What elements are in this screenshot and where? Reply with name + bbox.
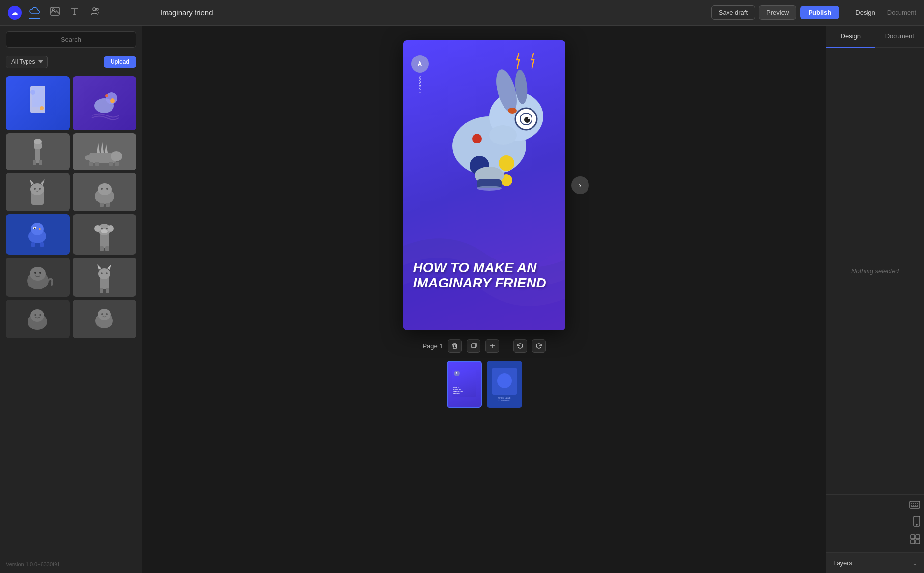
- thumbnail-2[interactable]: FIND & NAMEYOUR THING: [487, 361, 522, 408]
- add-page-button[interactable]: [485, 339, 499, 353]
- svg-rect-23: [89, 162, 93, 166]
- slide-card[interactable]: A Lesson: [403, 40, 565, 330]
- save-draft-button[interactable]: Save draft: [711, 5, 755, 20]
- nothing-selected-label: Nothing selected: [826, 48, 924, 494]
- svg-point-51: [106, 228, 108, 229]
- media-item[interactable]: [73, 214, 137, 255]
- svg-point-3: [96, 8, 98, 10]
- layers-bar[interactable]: Layers ⌄: [826, 552, 924, 573]
- media-item[interactable]: [73, 76, 137, 130]
- svg-marker-62: [107, 264, 111, 270]
- design-tab[interactable]: Design: [855, 9, 875, 16]
- svg-rect-96: [911, 535, 915, 539]
- svg-marker-30: [41, 179, 45, 185]
- nav-text-icon[interactable]: [70, 7, 80, 18]
- svg-rect-93: [910, 501, 920, 508]
- tab-design[interactable]: Design: [826, 26, 875, 48]
- svg-point-73: [101, 313, 103, 315]
- media-item[interactable]: [73, 258, 137, 297]
- svg-point-70: [39, 314, 41, 316]
- media-item[interactable]: [6, 214, 70, 255]
- svg-rect-66: [106, 288, 109, 293]
- svg-point-36: [106, 188, 108, 190]
- media-item[interactable]: [6, 173, 70, 211]
- media-item[interactable]: [73, 173, 137, 211]
- svg-point-32: [39, 188, 41, 190]
- svg-point-40: [31, 223, 44, 235]
- lesson-label: Lesson: [418, 76, 422, 93]
- media-item[interactable]: [6, 258, 70, 297]
- mobile-icon[interactable]: [913, 516, 920, 529]
- media-item[interactable]: [6, 76, 70, 130]
- divider: [847, 7, 847, 19]
- svg-point-52: [101, 229, 108, 233]
- top-bar-right: Save draft Preview Publish Design Docume…: [711, 5, 916, 20]
- svg-marker-29: [30, 179, 34, 185]
- media-grid: [0, 72, 142, 573]
- svg-rect-25: [109, 162, 113, 166]
- document-tab[interactable]: Document: [887, 9, 916, 16]
- svg-point-56: [30, 267, 46, 281]
- redo-button[interactable]: [532, 339, 546, 353]
- nav-person-icon[interactable]: [89, 7, 99, 18]
- svg-point-57: [34, 272, 36, 274]
- nav-cloud-icon[interactable]: [29, 6, 40, 19]
- publish-button[interactable]: Publish: [800, 6, 839, 19]
- delete-page-button[interactable]: [448, 339, 462, 353]
- svg-point-82: [528, 117, 530, 119]
- svg-rect-45: [40, 242, 44, 247]
- canvas-wrapper: A Lesson: [403, 40, 565, 330]
- svg-point-10: [110, 98, 115, 103]
- duplicate-page-button[interactable]: [467, 339, 480, 353]
- svg-point-88: [489, 125, 517, 145]
- svg-point-7: [30, 90, 35, 95]
- svg-point-60: [98, 268, 110, 279]
- svg-point-19: [85, 155, 92, 160]
- preview-button[interactable]: Preview: [759, 5, 796, 20]
- svg-rect-99: [916, 540, 920, 544]
- svg-marker-21: [101, 142, 104, 153]
- svg-point-95: [916, 524, 917, 525]
- svg-rect-98: [911, 540, 915, 544]
- right-panel: Design Document Nothing selected: [826, 26, 924, 573]
- next-slide-button[interactable]: ›: [571, 176, 589, 194]
- main-layout: All Types Upload: [0, 26, 924, 573]
- tab-document[interactable]: Document: [875, 26, 924, 47]
- slide-title-text: HOW TO MAKE AN IMAGINARY FRIEND: [413, 260, 556, 291]
- svg-point-74: [106, 313, 108, 315]
- search-input[interactable]: [6, 31, 136, 48]
- svg-marker-20: [97, 143, 100, 153]
- svg-point-64: [106, 272, 108, 274]
- media-item[interactable]: [6, 300, 70, 338]
- svg-point-83: [508, 108, 517, 114]
- type-filter-select[interactable]: All Types: [6, 56, 48, 68]
- svg-point-6: [40, 106, 44, 110]
- canvas-area[interactable]: A Lesson: [142, 26, 826, 573]
- grid-icon[interactable]: [910, 534, 920, 546]
- top-bar-left: ☁: [8, 6, 150, 20]
- app-logo: ☁: [8, 6, 22, 20]
- top-bar: ☁: [0, 0, 924, 26]
- svg-rect-65: [100, 288, 103, 293]
- svg-rect-97: [916, 535, 920, 539]
- media-item[interactable]: [73, 133, 137, 170]
- keyboard-icon[interactable]: [909, 501, 920, 511]
- svg-point-48: [94, 225, 101, 232]
- nav-image-icon[interactable]: [50, 7, 60, 18]
- svg-point-58: [39, 272, 41, 274]
- thumbnail-strip: A HOW TOMAKE ANIMAGINARYFRIEND FIND & NA…: [447, 361, 522, 408]
- undo-button[interactable]: [513, 339, 527, 353]
- media-item[interactable]: [6, 133, 70, 170]
- nav-icons: [29, 6, 99, 19]
- layers-chevron-icon[interactable]: ⌄: [912, 560, 917, 567]
- upload-button[interactable]: Upload: [104, 56, 136, 68]
- svg-point-69: [34, 314, 36, 316]
- right-tabs: Design Document: [826, 26, 924, 48]
- svg-point-68: [30, 309, 44, 322]
- svg-rect-44: [31, 242, 35, 247]
- top-bar-center: Imaginary friend: [150, 8, 711, 17]
- media-item[interactable]: [73, 300, 137, 338]
- svg-rect-16: [39, 160, 42, 165]
- thumbnail-1[interactable]: A HOW TOMAKE ANIMAGINARYFRIEND: [447, 361, 482, 408]
- svg-point-2: [93, 8, 96, 11]
